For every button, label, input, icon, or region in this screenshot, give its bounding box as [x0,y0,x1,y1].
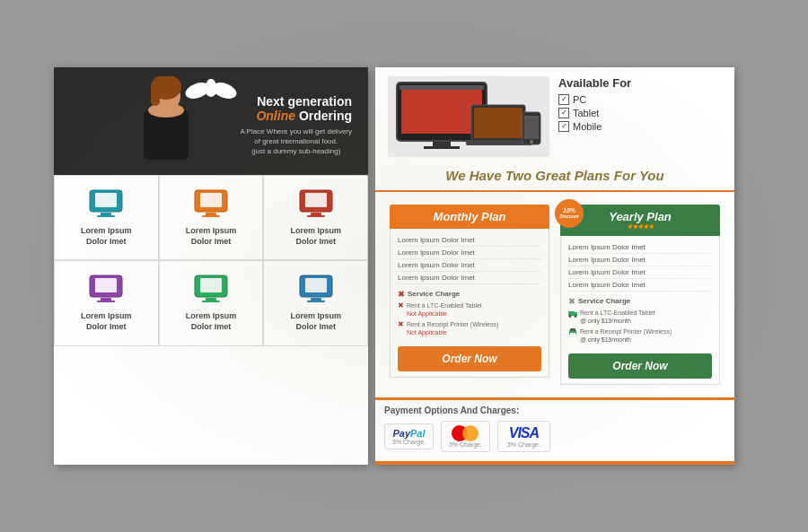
paypal-text: PayPal [392,428,425,439]
page-background: Next generation Online Ordering A Place … [0,0,808,532]
svg-rect-30 [305,278,327,292]
svg-rect-26 [200,278,222,292]
left-panel: Next generation Online Ordering A Place … [54,67,368,465]
paypal-logo: PayPal 3% Charge. [384,423,434,449]
monthly-x3-icon: ✖ [398,320,404,328]
visa-text: VISA [509,425,539,441]
monthly-item-2: Lorem Ipsum Dolor Imet [398,247,541,259]
monitor-icon-6 [298,274,334,304]
left-header: Next generation Online Ordering A Place … [54,67,368,175]
avail-pc: ✓ PC [558,94,722,105]
monitor-icon-3 [298,188,334,219]
header-line1: Next generation [241,94,353,109]
svg-point-43 [530,140,533,144]
cell-label-6: Lorem IpsumDolor Imet [290,311,341,332]
yearly-item-1: Lorem Ipsum Dolor Imet [568,241,712,254]
svg-rect-50 [570,333,575,336]
devices-area [388,76,549,157]
right-header: Available For ✓ PC ✓ Tablet ✓ Mobile [375,67,734,162]
mastercard-logo: 3% Charge. [441,421,490,452]
grid-cell-1: Lorem IpsumDolor Imet [54,175,159,260]
monthly-plan-body: Lorem Ipsum Dolor Imet Lorem Ipsum Dolor… [390,229,549,378]
yearly-item-3: Lorem Ipsum Dolor Imet [568,266,712,279]
monthly-service: ✖ Service Charge ✖ Rent a LTC-Enabled Ta… [398,290,541,336]
cell-label-5: Lorem IpsumDolor Imet [186,311,237,332]
cell-label-1: Lorem IpsumDolor Imet [81,226,132,247]
svg-point-47 [575,315,577,318]
monitor-icon-1 [88,188,124,219]
grid-cell-4: Lorem IpsumDolor Imet [54,260,159,345]
mastercard-charge: 3% Charge. [449,441,482,448]
header-text: Next generation Online Ordering A Place … [241,94,353,157]
monthly-item-3: Lorem Ipsum Dolor Imet [398,259,541,272]
avail-mobile: ✓ Mobile [558,121,722,132]
available-title: Available For [558,76,722,90]
payment-logos: PayPal 3% Charge. 3% Charge. VISA 3% Ch [384,421,725,452]
monthly-plan-box: Monthly Plan Lorem Ipsum Dolor Imet Lore… [384,199,555,390]
yearly-plan-body: Lorem Ipsum Dolor Imet Lorem Ipsum Dolor… [560,236,720,385]
monthly-item-4: Lorem Ipsum Dolor Imet [398,272,541,284]
monthly-x-icon: ✖ [398,290,405,299]
payment-title: Payment Options And Charges: [384,406,725,415]
svg-rect-44 [568,311,575,316]
yearly-plan-header: 10% Discount Yearly Plan ★★★★★ [560,205,720,236]
left-grid: Lorem IpsumDolor Imet Lorem IpsumDolor I… [54,175,368,346]
header-sub: A Place Where you will get deliveryof gr… [241,126,353,157]
grid-cell-2: Lorem IpsumDolor Imet [159,175,264,260]
grid-cell-5: Lorem IpsumDolor Imet [159,260,264,345]
check-icon-tablet: ✓ [558,108,569,118]
monthly-order-button[interactable]: Order Now [398,346,541,371]
header-line2: Online Ordering [241,109,353,123]
paypal-charge: 3% Charge. [392,439,426,445]
monthly-service-1: ✖ Rent a LTC-Enabled TabletNot Applicabl… [398,301,541,318]
header-white: Ordering [299,109,352,123]
available-for: Available For ✓ PC ✓ Tablet ✓ Mobile [558,76,722,157]
yearly-service-2: Rent a Receipt Printer (Wireless)@ only … [568,327,712,344]
grid-cell-3: Lorem IpsumDolor Imet [263,175,368,260]
cell-label-4: Lorem IpsumDolor Imet [81,311,132,332]
svg-rect-14 [200,193,222,207]
svg-rect-37 [424,146,460,149]
printer-icon [568,327,577,336]
avail-tablet: ✓ Tablet [558,108,722,118]
mc-orange-circle [462,425,479,441]
monitor-icon-2 [193,188,229,219]
grid-cell-6: Lorem IpsumDolor Imet [263,260,368,345]
monthly-service-charge: ✖ Service Charge [398,290,541,299]
svg-rect-32 [307,301,325,302]
svg-rect-16 [202,215,220,217]
yearly-plan-box: 10% Discount Yearly Plan ★★★★★ Lorem Ips… [555,199,725,390]
cell-label-2: Lorem IpsumDolor Imet [186,226,237,247]
plans-row: Monthly Plan Lorem Ipsum Dolor Imet Lore… [375,192,734,397]
payment-section: Payment Options And Charges: PayPal 3% C… [375,397,734,461]
cell-label-3: Lorem IpsumDolor Imet [290,226,341,247]
visa-logo: VISA 3% Charge. [497,421,550,452]
orange-bottom-bar [375,461,734,465]
truck-icon [568,309,577,318]
check-icon-pc: ✓ [558,94,569,105]
yearly-service: ✖ Service Charge Rent a LTC- [568,297,712,344]
yearly-item-2: Lorem Ipsum Dolor Imet [568,254,712,266]
monthly-item-1: Lorem Ipsum Dolor Imet [398,234,541,247]
svg-rect-20 [307,215,325,217]
header-orange: Online [256,109,295,123]
monthly-plan-header: Monthly Plan [390,205,549,229]
svg-rect-49 [570,328,575,331]
svg-rect-10 [95,193,117,207]
check-icon-mobile: ✓ [558,121,569,132]
yearly-service-charge: ✖ Service Charge [568,297,712,306]
yearly-x-icon: ✖ [568,297,575,306]
discount-badge: 10% Discount [555,199,584,228]
svg-point-46 [569,315,572,318]
right-panel: Available For ✓ PC ✓ Tablet ✓ Mobile [375,67,734,465]
mastercard-circles [452,425,479,441]
svg-rect-22 [95,278,117,292]
svg-rect-34 [401,87,482,134]
stars: ★★★★★ [569,223,711,231]
svg-rect-42 [524,116,539,139]
svg-rect-12 [97,215,115,217]
svg-rect-5 [144,110,189,160]
yearly-order-button[interactable]: Order Now [568,353,712,379]
svg-rect-39 [474,108,523,138]
plans-title: We Have Two Great Plans For You [375,162,734,192]
